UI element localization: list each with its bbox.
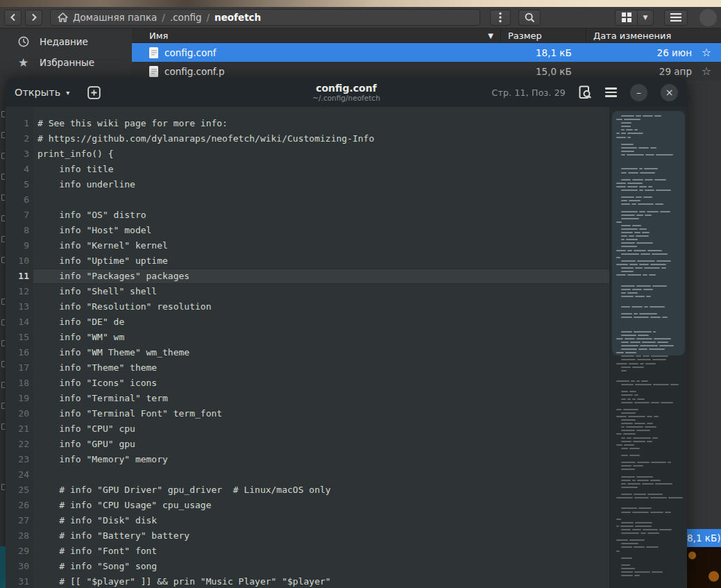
selection-status-popup: 8,1 кБ) — [684, 529, 721, 547]
minimap-row — [616, 129, 683, 131]
minimap-row — [616, 126, 683, 127]
editor-menu-button[interactable] — [605, 87, 617, 96]
minimap-row — [616, 115, 683, 117]
column-header-name[interactable]: Имя ▼ — [132, 28, 501, 42]
column-header-modified[interactable]: Дата изменения — [586, 28, 721, 42]
star-toggle-icon[interactable]: ☆ — [692, 46, 721, 59]
line-number: 23 — [6, 452, 29, 467]
text-file-icon — [149, 47, 158, 58]
minimap-row — [616, 532, 683, 534]
view-options-dropdown[interactable]: ▼ — [638, 10, 654, 26]
minimap-row — [616, 367, 683, 368]
window-control-circle[interactable] — [699, 9, 717, 26]
clipped-icon-fragment — [1, 403, 5, 409]
minimap-row — [616, 228, 683, 230]
grid-view-button[interactable] — [615, 10, 638, 26]
minimap-row — [616, 416, 683, 417]
minimap-row — [616, 310, 683, 311]
close-button[interactable]: × — [661, 84, 678, 101]
minimap-row — [616, 328, 683, 329]
minimap-row — [616, 571, 683, 573]
column-size-label: Размер — [508, 31, 542, 41]
minimap-row — [616, 144, 683, 145]
breadcrumb-segment-neofetch[interactable]: neofetch — [214, 12, 261, 23]
minimap-row — [616, 289, 683, 290]
minimap-row — [616, 200, 683, 201]
line-number: 29 — [6, 544, 29, 559]
forward-button[interactable] — [25, 10, 42, 26]
line-number: 11 — [6, 269, 29, 284]
code-line: info "Theme" theme — [37, 360, 609, 376]
minimap-row — [616, 239, 683, 240]
minimize-button[interactable]: – — [630, 84, 647, 101]
minimap-row — [616, 412, 683, 414]
back-button[interactable] — [4, 10, 22, 26]
minimap-row — [616, 122, 683, 124]
line-number: 2 — [6, 131, 29, 146]
app-menu-button[interactable] — [664, 10, 688, 26]
code-line — [37, 192, 609, 208]
line-number: 7 — [6, 208, 29, 223]
minimap-row — [616, 430, 683, 431]
minimap-row — [616, 193, 683, 194]
minimap-row — [616, 359, 683, 360]
column-modified-label: Дата изменения — [593, 31, 671, 41]
minimap-scrollbar[interactable] — [609, 107, 687, 588]
minimap-row — [616, 526, 683, 527]
minimap-row — [616, 561, 683, 562]
cursor-position-label[interactable]: Стр. 11, Поз. 29 — [492, 87, 566, 98]
star-toggle-icon[interactable]: ☆ — [692, 65, 721, 78]
breadcrumb-segment--[interactable]: Домашняя папка — [73, 12, 157, 23]
sidebar-item-label: Недавние — [40, 36, 88, 47]
minimap-row — [616, 564, 683, 566]
code-line: info "WM Theme" wm_theme — [37, 345, 609, 360]
open-button[interactable]: Открыть ▾ — [15, 87, 69, 98]
minimap-row — [616, 215, 683, 216]
minimap-row — [616, 133, 683, 134]
minimap-row — [616, 501, 683, 502]
line-number: 4 — [6, 162, 29, 177]
minimap-row — [616, 536, 683, 537]
clipped-icon-fragment — [1, 484, 5, 490]
minimap-row — [616, 203, 683, 205]
code-text-area[interactable]: # See this wiki page for more info:# htt… — [33, 107, 609, 588]
line-number: 24 — [6, 467, 29, 482]
minimap-row — [616, 257, 683, 258]
sidebar-item-clock[interactable]: Недавние — [0, 31, 132, 52]
minimap-row — [616, 512, 683, 513]
minimap-row — [616, 168, 683, 169]
line-number: 5 — [6, 177, 29, 192]
minimap-row — [616, 345, 683, 346]
column-header-size[interactable]: Размер — [501, 28, 586, 42]
minimap-row — [616, 147, 683, 149]
minimap-row — [616, 451, 683, 453]
table-row[interactable]: config.conf18,1 кБ26 июн☆ — [132, 43, 721, 62]
minimap-row — [616, 419, 683, 421]
code-line: info title — [37, 162, 609, 177]
search-button[interactable] — [518, 10, 541, 26]
code-line: info "CPU" cpu — [37, 421, 609, 437]
minimap-row — [616, 373, 683, 375]
forward-icon — [31, 13, 37, 22]
minimap-row — [616, 137, 683, 138]
breadcrumb[interactable]: Домашняя папка/.config/neofetch — [50, 9, 480, 26]
minimap-row — [616, 161, 683, 162]
minimap-row — [616, 483, 683, 485]
minimap-row — [616, 405, 683, 407]
new-tab-button[interactable] — [87, 86, 101, 99]
document-search-button[interactable] — [579, 85, 592, 99]
clipped-sidebar-icons-strip — [0, 78, 6, 546]
location-menu-button[interactable] — [490, 10, 511, 26]
minimap-row — [616, 246, 683, 247]
minimap-row — [616, 363, 683, 364]
minimap-row — [616, 260, 683, 262]
minimap-row — [616, 320, 683, 321]
line-number: 25 — [6, 482, 29, 498]
minimap-row — [616, 211, 683, 212]
breadcrumb-segment--config[interactable]: .config — [170, 12, 202, 23]
desktop-screen: Домашняя папка/.config/neofetch ▼ — [0, 0, 721, 588]
sidebar-item-star[interactable]: ★Избранные — [0, 52, 132, 73]
minimap-row — [616, 490, 683, 492]
minimap-row — [616, 455, 683, 456]
minimap-row — [616, 462, 683, 463]
